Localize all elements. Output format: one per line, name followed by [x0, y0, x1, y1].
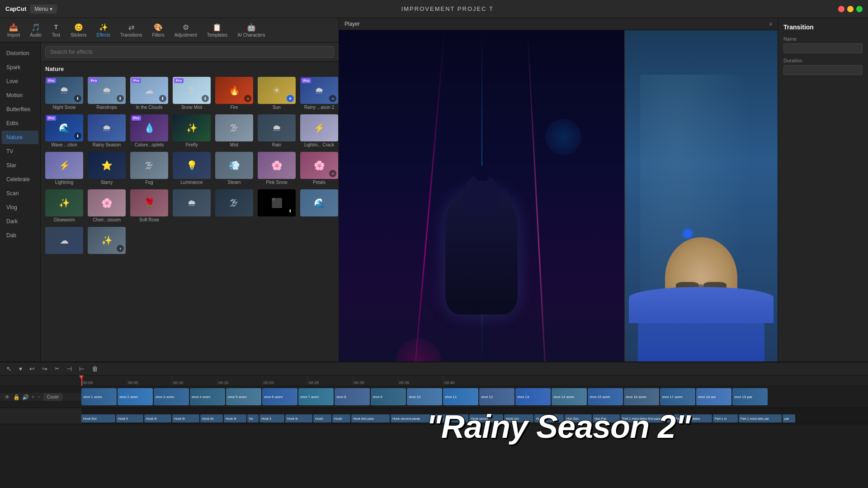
effect-fire[interactable]: 🔥 ＋ Fire — [214, 76, 254, 111]
video-clip[interactable]: shot 12 — [479, 388, 514, 405]
category-distortion[interactable]: Distortion — [2, 47, 38, 60]
maximize-button[interactable] — [856, 6, 863, 12]
toolbar-filters[interactable]: 🎨 Filters — [148, 21, 168, 39]
select-dropdown[interactable]: ▾ — [17, 364, 24, 373]
effect-soft-rose[interactable]: 🌹 Soft Rose — [129, 188, 169, 223]
video-clip[interactable]: shot 19 par — [732, 388, 768, 405]
category-nature[interactable]: Nature — [2, 131, 38, 144]
zoom-in-btn[interactable]: + — [31, 394, 35, 400]
subtitle-block[interactable]: Hoo Sec — [565, 414, 592, 422]
effect-raindrops[interactable]: Pro 🌧 ⬇ Raindrops — [87, 76, 127, 111]
effect-cherry-blossom[interactable]: 🌸 Cherr...ossom — [87, 188, 127, 223]
effect-night-snow[interactable]: Pro 🌨 ⬇ Night Snow — [44, 76, 84, 111]
cover-button[interactable]: Cover — [43, 393, 63, 401]
category-scan[interactable]: Scan — [2, 187, 38, 200]
effect-row4-1[interactable]: 🌧 — [172, 188, 212, 223]
subtitle-block[interactable]: Hook fi — [259, 414, 284, 422]
subtitle-block[interactable]: Hook! — [313, 414, 331, 422]
effect-petals[interactable]: 🌸 ＋ Petals — [299, 151, 339, 186]
effect-row4-2[interactable]: 🌫 — [214, 188, 254, 223]
subtitle-block[interactable]: Part 1 mind detc par — [739, 414, 782, 422]
video-clip[interactable]: shot 8 — [335, 388, 370, 405]
category-celebrate[interactable]: Celebrate — [2, 173, 38, 186]
split-btn[interactable]: ✂ — [53, 365, 61, 373]
subtitle-block[interactable]: Hook fir — [224, 414, 246, 422]
effect-sun[interactable]: ☀ ★ Sun — [257, 76, 297, 111]
subtitle-block[interactable]: Part 1 m — [713, 414, 738, 422]
subtitle-block[interactable]: Part 1 mind detox first parag — [621, 414, 673, 422]
search-input[interactable] — [45, 46, 334, 58]
category-star[interactable]: Star — [2, 159, 38, 172]
effect-pink-snow[interactable]: 🌸 Pink Snow — [257, 151, 297, 186]
toolbar-transitions[interactable]: ⇄ Transitions — [117, 21, 146, 39]
video-clip[interactable]: shot 15 anim — [588, 388, 623, 405]
effect-row4-6[interactable]: ✨ ＋ — [87, 226, 127, 256]
subtitle-block[interactable]: Hook! — [332, 414, 350, 422]
trim-start-btn[interactable]: ⊣ — [65, 364, 74, 373]
toolbar-adjustment[interactable]: ⚙ Adjustment — [171, 21, 201, 39]
video-clip[interactable]: shot 3 anim — [154, 388, 189, 405]
video-clip[interactable]: shot 5 anim — [226, 388, 261, 405]
trim-end-btn[interactable]: ⊢ — [77, 364, 86, 373]
subtitle-block[interactable]: Hook fi — [116, 414, 143, 422]
video-clip[interactable]: shot 7 anim — [298, 388, 334, 405]
toolbar-text[interactable]: T Text — [48, 21, 64, 39]
video-clip[interactable]: shot 18 ani — [696, 388, 731, 405]
effect-in-the-clouds[interactable]: Pro ☁ ⬇ In the Clouds — [129, 76, 169, 111]
subtitle-block[interactable]: Hook fin — [200, 414, 223, 422]
menu-button[interactable]: Menu ▾ — [30, 5, 57, 14]
video-clip[interactable]: shot 6 anim — [262, 388, 297, 405]
undo-btn[interactable]: ↩ — [28, 364, 37, 373]
effect-row4-4[interactable]: 🌊 — [299, 188, 339, 223]
effect-lightning-crack[interactable]: ⚡ Lightni... Crack — [299, 113, 339, 148]
toolbar-effects[interactable]: ✨ Effects — [93, 21, 113, 39]
effect-row4-5[interactable]: ☁ — [44, 226, 84, 256]
category-dab[interactable]: Dab — [2, 229, 38, 242]
subtitle-block[interactable]: Hook fir — [172, 414, 199, 422]
transition-name-input[interactable] — [783, 43, 863, 53]
video-clip[interactable]: shot 17 anim — [660, 388, 695, 405]
subtitle-block[interactable]: Hook first — [81, 414, 115, 422]
toolbar-import[interactable]: 📥 Import — [4, 21, 24, 39]
subtitle-block[interactable]: Ho — [247, 414, 259, 422]
effect-rainy-season[interactable]: 🌧 Rainy Season — [87, 113, 127, 148]
video-clip[interactable]: shot 11 — [443, 388, 478, 405]
category-motion[interactable]: Motion — [2, 89, 38, 102]
category-edits[interactable]: Edits — [2, 117, 38, 130]
subtitle-block[interactable]: Hoo Pac — [593, 414, 620, 422]
effect-colored-droplets[interactable]: Pro 💧 Colore...oplets — [129, 113, 169, 148]
subtitle-block[interactable]: Hook secon — [469, 414, 503, 422]
video-clip[interactable]: shot 2 anim — [118, 388, 153, 405]
transition-duration-input[interactable] — [783, 65, 863, 75]
category-butterflies[interactable]: Butterflies — [2, 103, 38, 116]
subtitle-block[interactable]: Part 1 mind detox — [674, 414, 712, 422]
select-tool[interactable]: ↖ — [5, 364, 14, 373]
effect-rainy-season-2[interactable]: Pro 🌧 ＋ Rainy ...ason 2 — [299, 76, 339, 111]
effect-steam[interactable]: 💨 Steam — [214, 151, 254, 186]
video-clip[interactable]: shot 14 anim — [552, 388, 587, 405]
category-dark[interactable]: Dark — [2, 215, 38, 228]
subtitle-block[interactable]: Hook secon — [434, 414, 468, 422]
toolbar-audio[interactable]: 🎵 Audio — [26, 21, 45, 39]
video-clip[interactable]: shot 16 anim — [624, 388, 659, 405]
toolbar-ai-characters[interactable]: 🤖 AI Characters — [234, 21, 269, 39]
subtitle-block[interactable]: Hook sec — [534, 414, 564, 422]
effect-starry[interactable]: ⭐ Starry — [87, 151, 127, 186]
effect-snow-mist[interactable]: Pro 🌫 ⬇ Snow Mist — [172, 76, 212, 111]
video-clip[interactable]: shot 4 anim — [190, 388, 225, 405]
zoom-out-btn[interactable]: − — [37, 394, 42, 400]
category-vlog[interactable]: Vlog — [2, 201, 38, 214]
effect-rain[interactable]: 🌧 Rain — [257, 113, 297, 148]
subtitle-block[interactable]: Hook second parag — [391, 414, 434, 422]
category-spark[interactable]: Spark — [2, 61, 38, 74]
subtitle-block[interactable]: Hook fir — [285, 414, 312, 422]
effect-mist[interactable]: 🌫 Mist — [214, 113, 254, 148]
toolbar-stickers[interactable]: 😊 Stickers — [67, 21, 90, 39]
video-clip[interactable]: shot 1 anim — [81, 388, 117, 405]
video-clip[interactable]: shot 9 — [371, 388, 406, 405]
delete-btn[interactable]: 🗑 — [90, 364, 100, 373]
effect-luminance[interactable]: 💡 Luminance — [172, 151, 212, 186]
effect-lightning[interactable]: ⚡ Lightning — [44, 151, 84, 186]
subtitle-block[interactable]: par — [783, 414, 795, 422]
effect-fog[interactable]: 🌫 Fog — [129, 151, 169, 186]
